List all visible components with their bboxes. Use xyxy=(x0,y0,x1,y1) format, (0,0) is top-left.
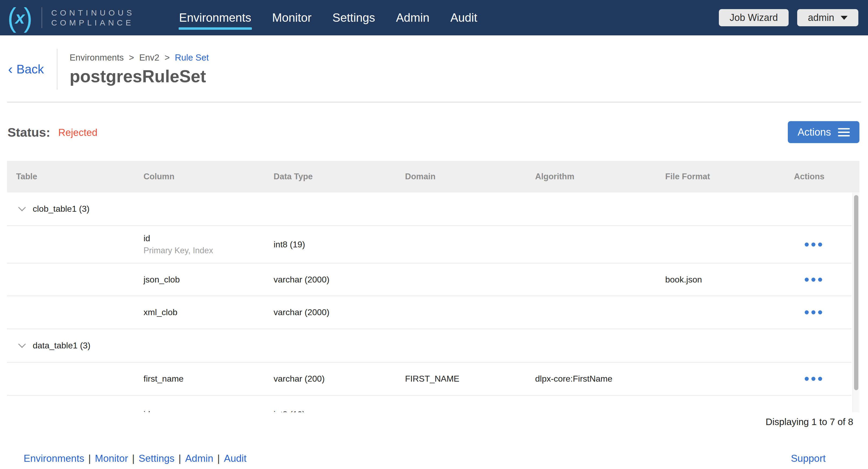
top-navbar: ( x ) CONTINUOUS COMPLIANCE Environments… xyxy=(0,0,868,35)
table-rows: clob_table1 (3) id Primary Key, Index in… xyxy=(7,193,851,412)
table-row: json_clob varchar (2000) book.json xyxy=(7,263,851,296)
row-actions-button[interactable] xyxy=(805,278,822,282)
footer-separator: | xyxy=(217,453,220,464)
app-title: CONTINUOUS COMPLIANCE xyxy=(51,8,135,28)
nav-item-admin[interactable]: Admin xyxy=(396,11,429,24)
back-button[interactable]: ‹ Back xyxy=(8,62,44,76)
column-header-algorithm: Algorithm xyxy=(526,172,656,181)
cell-actions xyxy=(785,310,851,314)
head-divider xyxy=(57,49,57,90)
cell-column: id Primary Key, Index xyxy=(134,233,265,256)
footer-link-environments[interactable]: Environments xyxy=(24,453,84,464)
delphix-logo-icon: ( x ) xyxy=(7,5,32,31)
cell-actions xyxy=(785,242,851,246)
rule-set-table: Table Column Data Type Domain Algorithm … xyxy=(7,161,860,412)
table-row: xml_clob varchar (2000) xyxy=(7,296,851,329)
cell-data-type: int8 (19) xyxy=(265,240,396,249)
row-actions-button[interactable] xyxy=(805,310,822,314)
column-header-actions: Actions xyxy=(785,172,860,181)
table-row: id Primary Key, Index int8 (19) xyxy=(7,226,851,263)
nav-item-settings[interactable]: Settings xyxy=(332,11,375,24)
footer-link-support[interactable]: Support xyxy=(791,453,826,464)
cell-file-format: book.json xyxy=(656,275,785,284)
row-actions-button[interactable] xyxy=(805,242,822,246)
footer-link-admin[interactable]: Admin xyxy=(185,453,213,464)
footer-separator: | xyxy=(132,453,135,464)
column-note: Primary Key, Index xyxy=(144,246,265,256)
cell-column: xml_clob xyxy=(134,307,265,317)
page-head: ‹ Back Environments > Env2 > Rule Set po… xyxy=(0,35,868,99)
status-badge: Rejected xyxy=(58,127,97,138)
breadcrumb-separator: > xyxy=(129,53,134,62)
cell-data-type: varchar (2000) xyxy=(265,275,396,284)
actions-button[interactable]: Actions xyxy=(788,121,860,143)
breadcrumb-separator: > xyxy=(164,53,169,62)
logo-paren-left: ( xyxy=(7,4,17,31)
head-rule xyxy=(7,102,861,102)
back-label: Back xyxy=(17,62,44,76)
cell-domain: FIRST_NAME xyxy=(396,374,526,384)
back-chevron-icon: ‹ xyxy=(8,62,12,76)
cell-data-type: int8 (19) xyxy=(265,409,396,412)
footer-link-audit[interactable]: Audit xyxy=(224,453,247,464)
group-row-label: data_table1 (3) xyxy=(33,341,90,350)
cell-column: json_clob xyxy=(134,275,265,284)
user-menu-label: admin xyxy=(808,12,834,23)
app-title-line1: CONTINUOUS xyxy=(51,8,135,18)
column-header-domain: Domain xyxy=(396,172,526,181)
chevron-down-icon xyxy=(18,203,26,211)
column-header-table: Table xyxy=(7,172,134,181)
logo-paren-right: ) xyxy=(24,4,32,31)
page-footer: Environments | Monitor | Settings | Admi… xyxy=(0,453,868,464)
job-wizard-button[interactable]: Job Wizard xyxy=(719,9,788,26)
cell-data-type: varchar (200) xyxy=(265,374,396,384)
page-title: postgresRuleSet xyxy=(70,67,209,86)
cell-column: first_name xyxy=(134,374,265,384)
user-menu-button[interactable]: admin xyxy=(797,9,858,26)
cell-column: id xyxy=(134,409,265,412)
column-header-file-format: File Format xyxy=(656,172,785,181)
nav-item-monitor[interactable]: Monitor xyxy=(272,11,312,24)
app-title-line2: COMPLIANCE xyxy=(51,18,135,28)
logo-x: x xyxy=(15,9,25,26)
column-header-data-type: Data Type xyxy=(265,172,396,181)
table-row: first_name varchar (200) FIRST_NAME dlpx… xyxy=(7,363,851,396)
breadcrumb: Environments > Env2 > Rule Set xyxy=(70,53,209,63)
group-row-label: clob_table1 (3) xyxy=(33,204,90,214)
cell-actions xyxy=(785,278,851,282)
pagination-summary: Displaying 1 to 7 of 8 xyxy=(0,416,853,427)
footer-link-monitor[interactable]: Monitor xyxy=(95,453,128,464)
navbar-right: Job Wizard admin xyxy=(719,9,858,26)
table-group-row-data-table1[interactable]: data_table1 (3) xyxy=(7,329,851,363)
footer-link-settings[interactable]: Settings xyxy=(139,453,175,464)
chevron-down-icon xyxy=(18,340,26,347)
cell-algorithm: dlpx-core:FirstName xyxy=(526,374,656,384)
hamburger-icon xyxy=(838,128,850,136)
actions-button-label: Actions xyxy=(798,127,831,138)
table-row: id int8 (19) xyxy=(7,396,851,412)
job-wizard-label: Job Wizard xyxy=(730,12,778,23)
breadcrumb-env2: Env2 xyxy=(139,53,159,62)
nav-item-audit[interactable]: Audit xyxy=(451,11,477,24)
column-header-column: Column xyxy=(134,172,265,181)
breadcrumb-rule-set-link[interactable]: Rule Set xyxy=(175,53,209,62)
status-label: Status: xyxy=(7,125,50,140)
nav-item-environments[interactable]: Environments xyxy=(179,11,251,24)
footer-separator: | xyxy=(179,453,181,464)
column-name: id xyxy=(144,233,265,243)
main-nav: Environments Monitor Settings Admin Audi… xyxy=(179,11,477,24)
row-actions-button[interactable] xyxy=(805,377,822,381)
table-group-row-clob-table1[interactable]: clob_table1 (3) xyxy=(7,193,851,226)
cell-actions xyxy=(785,377,851,381)
cell-data-type: varchar (2000) xyxy=(265,307,396,317)
table-body-viewport: clob_table1 (3) id Primary Key, Index in… xyxy=(7,193,860,412)
status-row: Status: Rejected Actions xyxy=(7,121,860,143)
table-header-row: Table Column Data Type Domain Algorithm … xyxy=(7,161,860,193)
footer-separator: | xyxy=(88,453,91,464)
table-scrollbar-thumb[interactable] xyxy=(854,195,858,390)
logo-divider xyxy=(41,7,42,28)
app-logo[interactable]: ( x ) CONTINUOUS COMPLIANCE xyxy=(7,5,135,31)
head-text: Environments > Env2 > Rule Set postgresR… xyxy=(70,53,209,86)
table-scrollbar-track[interactable] xyxy=(852,193,860,412)
caret-down-icon xyxy=(841,16,848,20)
